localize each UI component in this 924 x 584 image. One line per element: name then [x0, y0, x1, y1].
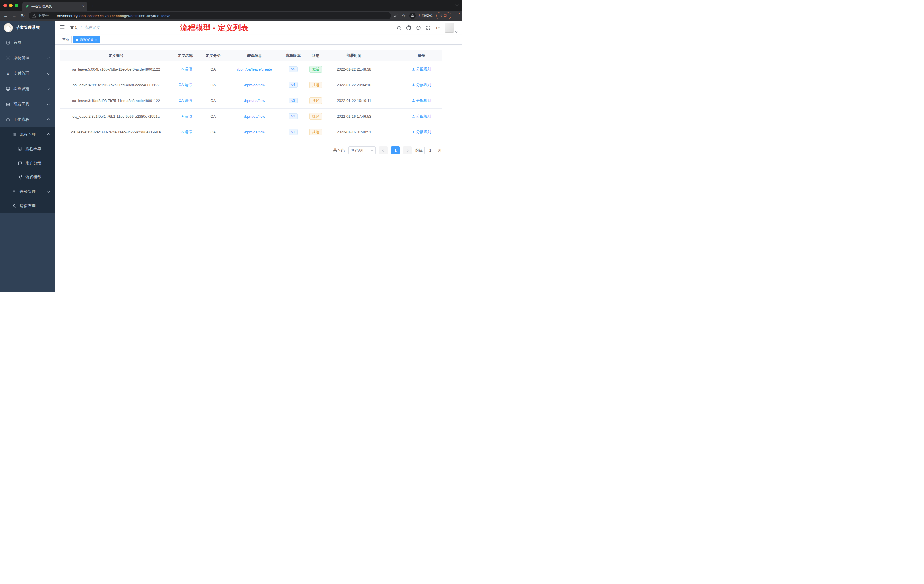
- sidebar-item-process-model[interactable]: 流程模型: [0, 170, 55, 185]
- page-content: 定义编号 定义名称 定义分类 表单信息 流程版本 状态 部署时间 操作 oa_l…: [55, 45, 462, 292]
- definition-name-link[interactable]: OA 请假: [178, 129, 192, 135]
- prev-page-button[interactable]: [379, 146, 388, 154]
- forward-icon[interactable]: →: [12, 13, 17, 18]
- refresh-icon[interactable]: ↻: [20, 13, 26, 18]
- breadcrumb: 首页 / 流程定义: [70, 25, 100, 30]
- window-zoom-button[interactable]: [15, 4, 18, 7]
- table-row: oa_leave:2:3c1f0ef1-76b1-11ec-9c66-a2380…: [60, 109, 442, 124]
- version-badge[interactable]: v3: [289, 98, 298, 104]
- window-close-button[interactable]: [3, 4, 7, 7]
- form-link[interactable]: /bpm/oa/leave/create: [237, 67, 272, 71]
- active-tag-dot: [76, 39, 78, 41]
- browser-menu-kebab-icon[interactable]: ⋮: [455, 13, 459, 18]
- tab-strip: 芋道管理系统 × +: [0, 0, 462, 11]
- sidebar-item-task-management[interactable]: 任务管理: [0, 185, 55, 199]
- tab-search-chevron-icon[interactable]: [456, 3, 459, 6]
- assign-rule-link[interactable]: 分配规则: [412, 98, 431, 103]
- help-icon[interactable]: [416, 25, 421, 30]
- definition-category: OA: [199, 61, 228, 77]
- caret-down-icon: [455, 30, 458, 33]
- next-page-button[interactable]: [403, 146, 412, 154]
- definition-id: oa_leave:5:004b710b-7b8a-11ec-8ef0-acde4…: [60, 61, 172, 77]
- key-icon[interactable]: [394, 14, 398, 18]
- version-badge[interactable]: v2: [289, 114, 298, 119]
- search-icon[interactable]: [396, 25, 401, 30]
- chevron-up-icon: [47, 133, 50, 136]
- status-badge: 挂起: [309, 113, 322, 120]
- sidebar-item-infrastructure[interactable]: 基础设施: [0, 81, 55, 97]
- top-navbar: 首页 / 流程定义 流程模型 - 定义列表 TT: [55, 21, 462, 35]
- pagination-total: 共 5 条: [333, 148, 345, 153]
- definition-name-link[interactable]: OA 请假: [178, 66, 192, 72]
- tab-close-icon[interactable]: ×: [82, 4, 84, 8]
- sidebar-item-process-management[interactable]: 流程管理: [0, 127, 55, 142]
- goto-page: 前往 页: [415, 147, 442, 154]
- user-icon: [412, 99, 415, 102]
- sidebar-menu: 首页 系统管理 ¥ 支付管理 基础设施 研发工具: [0, 35, 55, 213]
- sidebar-item-process-form[interactable]: 流程表单: [0, 142, 55, 156]
- tag-home[interactable]: 首页: [60, 36, 72, 43]
- form-link[interactable]: /bpm/oa/flow: [244, 130, 265, 134]
- definition-name-link[interactable]: OA 请假: [178, 98, 192, 103]
- window-minimize-button[interactable]: [9, 4, 13, 7]
- sidebar-item-payment[interactable]: ¥ 支付管理: [0, 66, 55, 81]
- version-badge[interactable]: v5: [289, 66, 298, 72]
- definition-name-link[interactable]: OA 请假: [178, 114, 192, 119]
- tag-close-icon[interactable]: ×: [95, 38, 97, 42]
- avatar[interactable]: [445, 23, 454, 33]
- bookmark-star-icon[interactable]: ☆: [402, 13, 406, 18]
- definition-category: OA: [199, 93, 228, 108]
- briefcase-icon: [6, 117, 10, 122]
- version-badge[interactable]: v1: [289, 129, 298, 135]
- sidebar-item-user-group[interactable]: 用户分组: [0, 156, 55, 170]
- form-link[interactable]: /bpm/oa/flow: [244, 99, 265, 103]
- sidebar-item-home[interactable]: 首页: [0, 35, 55, 50]
- col-header-form: 表单信息: [228, 50, 282, 61]
- assign-rule-link[interactable]: 分配规则: [412, 129, 431, 135]
- user-icon: [412, 83, 415, 87]
- goto-page-input[interactable]: [424, 147, 436, 154]
- breadcrumb-home[interactable]: 首页: [70, 25, 78, 30]
- update-button[interactable]: 更新: [436, 12, 451, 20]
- chevron-down-icon: [47, 72, 50, 74]
- browser-tab[interactable]: 芋道管理系统 ×: [22, 2, 87, 11]
- definition-category: OA: [199, 124, 228, 140]
- window-controls[interactable]: [3, 4, 18, 7]
- version-badge[interactable]: v4: [289, 82, 298, 88]
- incognito-icon: [409, 13, 416, 19]
- form-link[interactable]: /bpm/oa/flow: [244, 114, 265, 119]
- sidebar: 芋道管理系统 首页 系统管理 ¥ 支付管理 基础设施: [0, 21, 55, 292]
- user-icon: [12, 204, 16, 208]
- sidebar-toggle-icon[interactable]: [60, 25, 65, 31]
- assign-rule-link[interactable]: 分配规则: [412, 114, 431, 119]
- gear-icon: [6, 56, 10, 60]
- sidebar-item-leave-query[interactable]: 请假查询: [0, 199, 55, 213]
- update-dot: [459, 13, 460, 14]
- assign-rule-link[interactable]: 分配规则: [412, 66, 431, 72]
- sidebar-brand[interactable]: 芋道管理系统: [0, 21, 55, 35]
- fullscreen-icon[interactable]: [426, 25, 431, 30]
- definition-name-link[interactable]: OA 请假: [178, 82, 192, 87]
- monitor-icon: [6, 87, 10, 91]
- form-link[interactable]: /bpm/oa/flow: [244, 83, 265, 87]
- deploy-time: 2022-01-22 19:19:11: [327, 93, 381, 108]
- sidebar-item-system[interactable]: 系统管理: [0, 50, 55, 66]
- chevron-down-icon: [47, 190, 50, 193]
- page-size-select[interactable]: 10条/页: [348, 146, 376, 154]
- status-badge: 挂起: [309, 129, 322, 135]
- current-page-button[interactable]: 1: [391, 146, 400, 154]
- sidebar-item-workflow[interactable]: 工作流程: [0, 112, 55, 127]
- address-bar[interactable]: 不安全 dashboard.yudao.iocoder.cn /bpm/mana…: [28, 12, 391, 20]
- back-icon[interactable]: ←: [3, 13, 8, 18]
- deploy-time: 2022-01-22 20:34:10: [327, 77, 381, 92]
- assign-rule-link[interactable]: 分配规则: [412, 82, 431, 87]
- user-menu[interactable]: [445, 23, 457, 33]
- col-header-id: 定义编号: [60, 50, 172, 61]
- table-row: oa_leave:4:991f2193-7b7f-11ec-a3c8-acde4…: [60, 77, 442, 93]
- sidebar-item-devtools[interactable]: 研发工具: [0, 97, 55, 112]
- font-size-icon[interactable]: TT: [436, 25, 440, 30]
- tag-process-definition[interactable]: 流程定义 ×: [73, 36, 100, 43]
- new-tab-button[interactable]: +: [91, 3, 94, 9]
- github-icon[interactable]: [406, 25, 411, 30]
- incognito-badge: 无痕模式: [409, 13, 432, 19]
